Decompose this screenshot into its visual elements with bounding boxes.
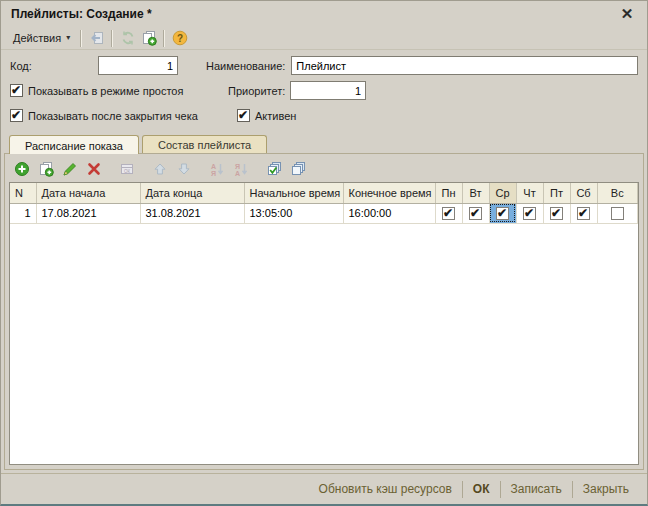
write-button[interactable]: Записать <box>501 480 572 498</box>
wed-checkbox[interactable] <box>496 207 509 220</box>
svg-text:Я: Я <box>210 170 215 177</box>
move-up-icon <box>149 159 170 179</box>
window-title: Плейлисты: Создание * <box>11 7 152 21</box>
toolbar-separator <box>80 30 82 47</box>
active-checkbox[interactable] <box>237 109 250 122</box>
close-icon[interactable]: ✕ <box>617 4 637 24</box>
add-icon[interactable] <box>11 159 32 179</box>
column-header-n[interactable]: N <box>10 183 36 203</box>
cell-day-sun[interactable] <box>597 203 638 223</box>
tab-strip: Расписание показа Состав плейлиста <box>1 132 647 153</box>
idle-mode-checkbox-group[interactable]: Показывать в режиме простоя <box>10 84 228 97</box>
svg-text:А: А <box>234 170 239 177</box>
form-header: Код: Наименование: Показывать в режиме п… <box>1 50 647 132</box>
fri-checkbox[interactable] <box>550 207 563 220</box>
schedule-grid: N Дата начала Дата конца Начальное время… <box>9 182 639 465</box>
cell-date-end[interactable]: 31.08.2021 <box>140 203 244 223</box>
grid-toolbar: ОК АЯ ЯА <box>9 156 639 182</box>
column-header-fri[interactable]: Пт <box>543 183 570 203</box>
column-header-tue[interactable]: Вт <box>462 183 489 203</box>
after-receipt-checkbox[interactable] <box>10 109 23 122</box>
svg-text:ОК: ОК <box>123 169 130 174</box>
active-label: Активен <box>255 110 296 122</box>
toolbar-separator <box>163 30 165 47</box>
copy-add-icon[interactable] <box>35 159 56 179</box>
tue-checkbox[interactable] <box>469 207 482 220</box>
name-label: Наименование: <box>206 60 285 72</box>
mon-checkbox[interactable] <box>442 207 455 220</box>
column-header-time-start[interactable]: Начальное время <box>244 183 343 203</box>
table-row[interactable]: 1 17.08.2021 31.08.2021 13:05:00 16:00:0… <box>10 203 638 223</box>
cell-date-start[interactable]: 17.08.2021 <box>36 203 140 223</box>
after-receipt-checkbox-group[interactable]: Показывать после закрытия чека <box>10 109 237 122</box>
svg-text:?: ? <box>177 33 183 44</box>
idle-mode-label: Показывать в режиме простоя <box>28 85 183 97</box>
idle-mode-checkbox[interactable] <box>10 84 23 97</box>
column-header-time-end[interactable]: Конечное время <box>343 183 435 203</box>
move-down-icon <box>173 159 194 179</box>
cell-day-wed-selected[interactable] <box>489 203 516 223</box>
chevron-down-icon: ▾ <box>66 33 70 42</box>
sort-asc-icon: АЯ <box>206 159 227 179</box>
update-cache-button[interactable]: Обновить кэш ресурсов <box>309 480 462 498</box>
title-bar: Плейлисты: Создание * ✕ <box>1 1 647 27</box>
schedule-tab-panel: ОК АЯ ЯА <box>4 153 644 470</box>
cell-row-number[interactable]: 1 <box>10 203 36 223</box>
playlist-create-window: Плейлисты: Создание * ✕ Действия ▾ ? Код… <box>0 0 648 506</box>
actions-menu-button[interactable]: Действия ▾ <box>7 30 76 47</box>
uncheck-all-icon[interactable] <box>287 159 308 179</box>
copy-add-icon[interactable] <box>138 28 159 48</box>
actions-menu-label: Действия <box>13 32 61 44</box>
priority-field[interactable] <box>290 81 366 100</box>
column-header-date-start[interactable]: Дата начала <box>36 183 140 203</box>
main-toolbar: Действия ▾ ? <box>1 27 647 50</box>
cell-time-start[interactable]: 13:05:00 <box>244 203 343 223</box>
column-header-thu[interactable]: Чт <box>516 183 543 203</box>
check-all-icon[interactable] <box>263 159 284 179</box>
code-label: Код: <box>10 60 98 72</box>
close-button[interactable]: Закрыть <box>573 480 639 498</box>
footer-button-bar: Обновить кэш ресурсов ОК Записать Закрыт… <box>1 473 647 504</box>
grid-header-row: N Дата начала Дата конца Начальное время… <box>10 183 638 203</box>
tab-schedule[interactable]: Расписание показа <box>9 135 139 154</box>
delete-icon[interactable] <box>83 159 104 179</box>
cell-day-fri[interactable] <box>543 203 570 223</box>
cell-time-end[interactable]: 16:00:00 <box>343 203 435 223</box>
code-field[interactable] <box>98 56 178 75</box>
priority-label: Приоритет: <box>228 85 290 97</box>
active-checkbox-group[interactable]: Активен <box>237 109 296 122</box>
svg-text:А: А <box>210 163 215 170</box>
cell-day-sat[interactable] <box>570 203 597 223</box>
cell-day-thu[interactable] <box>516 203 543 223</box>
sat-checkbox[interactable] <box>577 207 590 220</box>
name-field[interactable] <box>291 56 638 75</box>
column-header-sat[interactable]: Сб <box>570 183 597 203</box>
edit-icon[interactable] <box>59 159 80 179</box>
sort-desc-icon: ЯА <box>230 159 251 179</box>
sun-checkbox[interactable] <box>611 207 624 220</box>
refresh-icon <box>117 28 138 48</box>
column-header-date-end[interactable]: Дата конца <box>140 183 244 203</box>
column-header-sun[interactable]: Вс <box>597 183 638 203</box>
end-edit-icon: ОК <box>116 159 137 179</box>
toolbar-separator <box>111 30 113 47</box>
svg-text:Я: Я <box>234 163 239 170</box>
after-receipt-label: Показывать после закрытия чека <box>28 110 198 122</box>
cell-day-mon[interactable] <box>435 203 462 223</box>
cell-day-tue[interactable] <box>462 203 489 223</box>
help-icon[interactable]: ? <box>169 28 190 48</box>
column-header-mon[interactable]: Пн <box>435 183 462 203</box>
ok-button[interactable]: ОК <box>463 480 500 498</box>
thu-checkbox[interactable] <box>523 207 536 220</box>
reread-icon <box>86 28 107 48</box>
tab-playlist-content[interactable]: Состав плейлиста <box>142 135 267 153</box>
column-header-wed[interactable]: Ср <box>489 183 516 203</box>
